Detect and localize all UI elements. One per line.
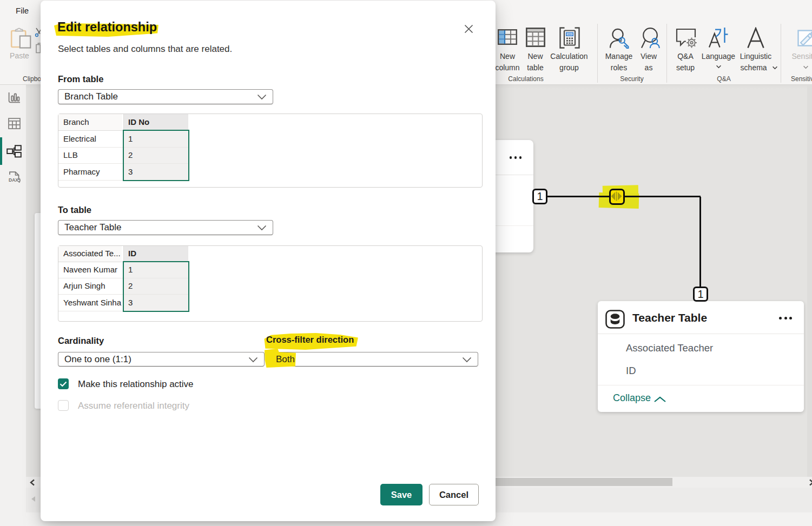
svg-text:DAX: DAX [9, 177, 18, 183]
